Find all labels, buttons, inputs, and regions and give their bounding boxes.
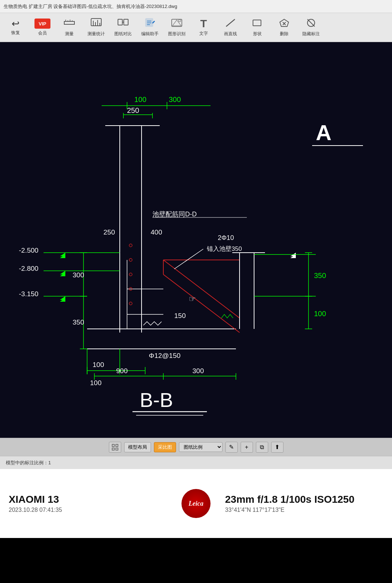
photo-info-left: XIAOMI 13 2023.10.28 07:41:35 [9, 494, 167, 513]
toolbar: ↩ 恢复 VIP 会员 测量 测量统计 [0, 13, 392, 42]
svg-rect-116 [112, 444, 114, 447]
shape-icon [252, 18, 263, 29]
svg-rect-10 [118, 19, 122, 25]
restore-icon: ↩ [12, 19, 20, 28]
svg-text:100: 100 [134, 95, 146, 103]
svg-text:-2.800: -2.800 [19, 265, 38, 272]
svg-text:900: 900 [116, 367, 128, 375]
device-name: XIAOMI 13 [9, 494, 167, 505]
plus-btn[interactable]: + [241, 442, 253, 453]
leica-logo: Leica [181, 489, 211, 518]
tool-compare[interactable]: 图纸对比 [110, 15, 136, 40]
text-icon: T [200, 18, 207, 29]
cad-svg: 100 300 A [0, 42, 392, 438]
edit-assist-label: 编辑助手 [141, 31, 159, 37]
svg-text:300: 300 [169, 95, 181, 103]
restore-label: 恢复 [11, 30, 20, 36]
measure-stats-label: 测量统计 [87, 31, 105, 37]
svg-rect-13 [146, 19, 153, 26]
tool-edit-assist[interactable]: 编辑助手 [137, 15, 163, 40]
view-btn[interactable]: 采比图 [154, 442, 176, 452]
svg-text:250: 250 [103, 228, 115, 236]
svg-text:锚入池壁350: 锚入池壁350 [207, 245, 242, 252]
cad-drawing-area[interactable]: 100 300 A [0, 42, 392, 438]
svg-rect-28 [0, 42, 392, 438]
status-bar: 模型布局 采比图 图纸比例 1:50 1:100 1:200 ✎ + ⧉ ⬆ [0, 438, 392, 456]
vip-icon: VIP [34, 19, 50, 29]
svg-text:350: 350 [314, 272, 326, 280]
draw-line-label: 画直线 [224, 31, 237, 37]
svg-text:150: 150 [174, 312, 186, 319]
leica-text: Leica [189, 500, 204, 507]
tool-shape[interactable]: 形状 [245, 15, 270, 40]
tool-measure[interactable]: 测量 [57, 15, 82, 40]
draw-line-icon [225, 18, 236, 29]
scale-label: 模型中的标注比例：1 [6, 460, 51, 466]
tool-vip[interactable]: VIP 会员 [30, 15, 55, 40]
photo-info-right: 23mm f/1.8 1/100s ISO1250 33°41'4"N 117°… [225, 494, 383, 513]
measure-label: 测量 [65, 31, 74, 37]
shape-recog-label: 图形识别 [168, 31, 185, 37]
svg-text:Φ12@150: Φ12@150 [149, 352, 180, 359]
shape-recog-icon [171, 18, 183, 29]
svg-rect-119 [116, 448, 118, 450]
svg-marker-23 [280, 19, 289, 26]
tool-text[interactable]: T 文字 [191, 15, 216, 40]
svg-text:-2.500: -2.500 [19, 246, 38, 254]
hide-label-icon [305, 18, 317, 29]
tool-draw-line[interactable]: 画直线 [218, 15, 243, 40]
layout-btn[interactable]: 模型布局 [124, 442, 151, 452]
svg-point-20 [179, 20, 181, 22]
scale-select[interactable]: 图纸比例 1:50 1:100 1:200 [179, 442, 222, 452]
edit-assist-icon [144, 18, 156, 29]
svg-rect-118 [112, 448, 114, 450]
text-label: 文字 [199, 30, 208, 37]
svg-marker-19 [172, 20, 181, 26]
svg-line-21 [226, 19, 235, 26]
svg-text:A: A [316, 121, 331, 145]
tool-restore[interactable]: ↩ 恢复 [3, 15, 28, 40]
svg-rect-11 [124, 19, 128, 25]
svg-text:350: 350 [73, 318, 84, 326]
measure-stats-icon [90, 18, 102, 29]
svg-text:☞: ☞ [189, 294, 196, 303]
svg-rect-117 [116, 444, 118, 447]
shape-label: 形状 [253, 31, 262, 37]
svg-text:-3.150: -3.150 [19, 290, 38, 298]
vip-label: 会员 [38, 30, 47, 36]
svg-text:300: 300 [192, 367, 204, 375]
scale-bar: 模型中的标注比例：1 [0, 456, 392, 469]
photo-footer: XIAOMI 13 2023.10.28 07:41:35 Leica 23mm… [0, 469, 392, 538]
grid-icon-btn[interactable] [109, 442, 121, 453]
tool-delete[interactable]: 删除 [271, 15, 297, 40]
tool-shape-recog[interactable]: 图形识别 [164, 15, 189, 40]
title-bar: 生物质热电 扩建主厂房 设备基础详图四-低位疏水坑、抽肯机冷油器-2023081… [0, 0, 392, 13]
edit-btn[interactable]: ✎ [225, 442, 238, 453]
svg-text:300: 300 [73, 271, 84, 279]
compare-label: 图纸对比 [114, 31, 132, 37]
svg-text:B-B: B-B [140, 389, 173, 411]
hide-label-label: 隐藏标注 [302, 31, 320, 37]
svg-rect-22 [253, 20, 261, 26]
svg-text:2Φ10: 2Φ10 [218, 234, 234, 241]
photo-params: 23mm f/1.8 1/100s ISO1250 [225, 494, 383, 505]
tool-measure-stats[interactable]: 测量统计 [83, 15, 109, 40]
photo-datetime: 2023.10.28 07:41:35 [9, 507, 167, 513]
copy-btn[interactable]: ⧉ [256, 442, 268, 453]
svg-rect-0 [64, 21, 74, 24]
tool-hide-label[interactable]: 隐藏标注 [298, 15, 324, 40]
svg-text:100: 100 [90, 379, 102, 387]
svg-text:100: 100 [314, 310, 326, 318]
delete-label: 删除 [280, 31, 289, 37]
compare-icon [117, 18, 129, 29]
svg-text:250: 250 [127, 106, 139, 114]
title-text: 生物质热电 扩建主厂房 设备基础详图四-低位疏水坑、抽肯机冷油器-2023081… [4, 3, 177, 10]
svg-text:池壁配筋同D-D: 池壁配筋同D-D [152, 211, 197, 218]
delete-icon [278, 18, 290, 29]
svg-text:100: 100 [93, 361, 104, 368]
photo-coords: 33°41'4"N 117°17'13"E [225, 507, 383, 513]
share-btn[interactable]: ⬆ [271, 442, 283, 453]
svg-text:400: 400 [151, 228, 162, 236]
measure-icon [64, 18, 75, 29]
